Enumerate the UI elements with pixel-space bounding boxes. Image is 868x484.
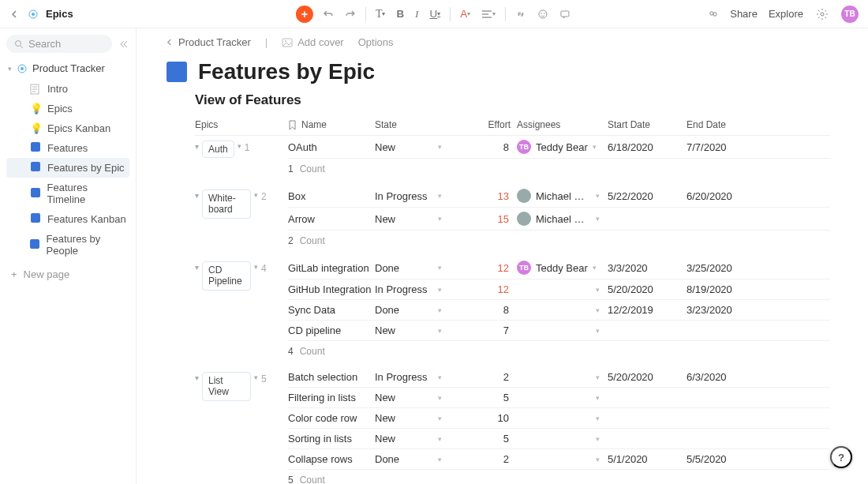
settings-button[interactable] <box>814 6 830 22</box>
svg-point-9 <box>16 40 21 46</box>
search-input[interactable]: Search <box>6 35 112 53</box>
col-end[interactable]: End Date <box>687 119 750 130</box>
chevron-down-icon: ▾ <box>8 65 12 73</box>
group-header[interactable]: ▾List View▾5 <box>195 367 288 470</box>
cell-assignee[interactable]: TBTeddy Bear▾ <box>517 261 608 275</box>
bold-button[interactable]: B <box>395 6 406 21</box>
table-row[interactable]: BoxIn Progress▾13Michael Du…▾5/22/20206/… <box>288 185 830 208</box>
workspace-root[interactable]: ▾ Product Tracker <box>6 59 129 77</box>
back-button[interactable] <box>9 9 21 20</box>
cell-assignee[interactable]: ▾ <box>517 373 608 381</box>
group-header[interactable]: ▾Auth▾1 <box>195 136 288 159</box>
cell-name: Color code row <box>288 412 375 424</box>
cell-state[interactable]: New▾ <box>375 433 450 445</box>
comment-button[interactable] <box>558 7 572 21</box>
cell-start: 12/2/2019 <box>608 304 687 316</box>
table-row[interactable]: Sorting in listsNew▾5▾ <box>288 429 830 449</box>
sidebar-item[interactable]: Features <box>6 138 129 158</box>
cell-state[interactable]: In Progress▾ <box>375 371 450 383</box>
breadcrumb[interactable]: Product Tracker <box>166 36 251 48</box>
cell-name: OAuth <box>288 141 375 153</box>
chevron-down-icon: ▾ <box>195 141 199 151</box>
cell-state[interactable]: New▾ <box>375 392 450 403</box>
group-header[interactable]: ▾White-board▾2 <box>195 185 288 231</box>
cell-end: 6/3/2020 <box>687 371 750 383</box>
group-footer: 5Count <box>288 470 830 484</box>
cell-state[interactable]: New▾ <box>375 141 450 153</box>
group-count: 4 <box>261 261 267 274</box>
sidebar-item[interactable]: 💡Epics Kanban <box>6 118 129 138</box>
table-row[interactable]: CD pipelineNew▾7▾ <box>288 321 830 341</box>
col-epics[interactable]: Epics <box>195 119 288 130</box>
cell-state[interactable]: Done▾ <box>375 453 450 465</box>
cell-assignee[interactable]: ▾ <box>517 415 608 422</box>
cell-effort: 5 <box>450 392 517 403</box>
cell-start: 3/3/2020 <box>608 262 687 274</box>
table-row[interactable]: Batch selectionIn Progress▾2▾5/20/20206/… <box>288 367 830 388</box>
col-name[interactable]: Name <box>288 119 375 130</box>
cell-assignee[interactable]: Michael Du…▾ <box>517 189 608 203</box>
table-row[interactable]: ArrowNew▾15Michael Du…▾ <box>288 208 830 231</box>
text-style-button[interactable]: T ▾ <box>374 6 387 22</box>
cell-assignee[interactable]: ▾ <box>517 306 608 314</box>
cell-state[interactable]: New▾ <box>375 325 450 336</box>
cell-assignee[interactable]: ▾ <box>517 286 608 294</box>
cell-state[interactable]: New▾ <box>375 412 450 424</box>
nav-label: Features Kanban <box>47 213 126 225</box>
emoji-button[interactable] <box>536 7 550 21</box>
col-assignees[interactable]: Assignees <box>517 119 608 130</box>
cell-assignee[interactable]: Michael Du…▾ <box>517 212 608 226</box>
help-button[interactable]: ? <box>830 446 852 468</box>
options-button[interactable]: Options <box>358 36 394 48</box>
add-cover-button[interactable]: Add cover <box>282 36 344 48</box>
sidebar-item[interactable]: Features by Epic <box>6 158 129 178</box>
sidebar-item[interactable]: Features Kanban <box>6 209 129 229</box>
col-start[interactable]: Start Date <box>608 119 687 130</box>
table-row[interactable]: Filtering in listsNew▾5▾ <box>288 388 830 408</box>
cell-assignee[interactable]: TBTeddy Bear▾ <box>517 140 608 154</box>
table-row[interactable]: Collapse rowsDone▾2▾5/1/20205/5/2020 <box>288 449 830 470</box>
italic-button[interactable]: I <box>413 6 420 22</box>
sidebar-item[interactable]: Intro <box>6 79 129 99</box>
table-row[interactable]: GitLab integrationDone▾12TBTeddy Bear▾3/… <box>288 257 830 280</box>
sidebar-item[interactable]: 💡Epics <box>6 99 129 118</box>
undo-button[interactable] <box>321 7 335 21</box>
table-row[interactable]: Color code rowNew▾10▾ <box>288 408 830 429</box>
share-link[interactable]: Share <box>730 8 758 20</box>
explore-link[interactable]: Explore <box>769 8 803 20</box>
add-button[interactable]: + <box>296 6 313 23</box>
table-row[interactable]: OAuthNew▾8TBTeddy Bear▾6/18/20207/7/2020 <box>288 136 830 159</box>
cell-state[interactable]: New▾ <box>375 213 450 225</box>
align-button[interactable]: ▾ <box>480 8 497 21</box>
sidebar-item[interactable]: Features Timeline <box>6 178 129 209</box>
group-chip: White-board <box>202 189 251 219</box>
group-chip: List View <box>202 372 251 401</box>
sidebar-item[interactable]: Features by People <box>6 229 129 261</box>
group-footer: 4Count <box>288 341 830 366</box>
cell-assignee[interactable]: ▾ <box>517 435 608 443</box>
col-state[interactable]: State <box>375 119 450 130</box>
chevron-down-icon: ▾ <box>438 394 450 402</box>
chevron-down-icon: ▾ <box>438 264 450 272</box>
col-effort[interactable]: Effort <box>450 119 517 130</box>
redo-button[interactable] <box>343 7 357 21</box>
cell-state[interactable]: Done▾ <box>375 304 450 316</box>
nav-label: Features by People <box>47 233 126 257</box>
underline-button[interactable]: U ▾ <box>428 6 443 21</box>
cell-assignee[interactable]: ▾ <box>517 456 608 463</box>
cell-state[interactable]: In Progress▾ <box>375 190 450 202</box>
table-row[interactable]: Sync DataDone▾8▾12/2/20193/23/2020 <box>288 300 830 321</box>
cell-state[interactable]: Done▾ <box>375 262 450 274</box>
collapse-sidebar-button[interactable] <box>117 38 129 51</box>
table-row[interactable]: GitHub IntegrationIn Progress▾12▾5/20/20… <box>288 280 830 300</box>
group-header[interactable]: ▾CD Pipeline▾4 <box>195 257 288 341</box>
cell-state[interactable]: In Progress▾ <box>375 283 450 295</box>
cell-assignee[interactable]: ▾ <box>517 394 608 402</box>
text-color-button[interactable]: A ▾ <box>458 6 472 21</box>
cell-end: 5/5/2020 <box>687 453 750 465</box>
new-page-button[interactable]: + New page <box>6 262 129 284</box>
user-avatar[interactable]: TB <box>841 6 859 23</box>
cell-assignee[interactable]: ▾ <box>517 327 608 335</box>
link-button[interactable] <box>514 7 528 21</box>
search-icon <box>14 39 24 49</box>
